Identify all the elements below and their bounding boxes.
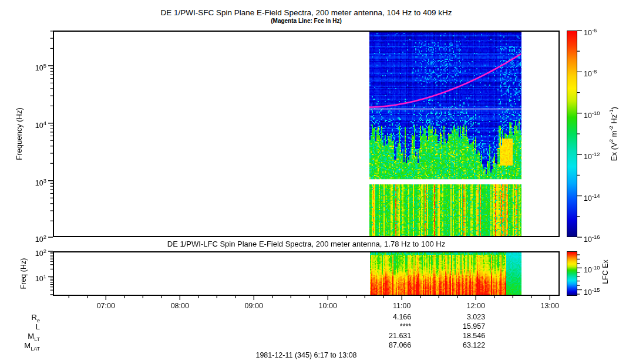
ephemeris-value: **** [358, 322, 411, 331]
footer-date: 1981-12-11 (345) 6:17 to 13:08 [53, 351, 560, 359]
lfc-colorbar-tick-label: 10-10 [584, 263, 625, 275]
sfc-y-tick-label: 102 [5, 232, 46, 244]
sfc-colorbar-tick-label: 10-6 [584, 26, 625, 38]
ephemeris-value: 15.957 [432, 322, 485, 331]
sfc-colorbar-tick-label: 10-14 [584, 191, 625, 203]
sfc-y-tick-label: 104 [5, 119, 46, 130]
sfc-colorbar-tick-label: 10-10 [584, 109, 625, 120]
x-tick-label: 08:00 [159, 301, 200, 311]
x-tick-label: 09:00 [233, 301, 274, 311]
ephemeris-value: 3.023 [432, 313, 485, 321]
figure-root: DE 1/PWI-SFC Spin Plane E-Field Spectra,… [0, 0, 636, 364]
lfc-y-tick-label: 102 [5, 247, 46, 258]
sfc-y-tick-label: 103 [5, 176, 46, 188]
sfc-colorbar [567, 31, 577, 237]
sfc-colorbar-tick-label: 10-12 [584, 150, 625, 161]
lfc-y-tick-label: 101 [5, 272, 46, 284]
ephemeris-row-label: L [0, 322, 40, 331]
x-tick-label: 11:00 [381, 301, 422, 311]
sfc-y-tick-label: 105 [5, 61, 46, 73]
ephemeris-value: 18.546 [432, 332, 485, 340]
ephemeris-value: 63.122 [432, 341, 485, 349]
ephemeris-row-label: Re [0, 313, 40, 323]
ephemeris-row-label: MLT [0, 332, 40, 342]
ephemeris-row-label: MLAT [0, 341, 40, 352]
sfc-y-axis-label: Frequency (Hz) [15, 107, 23, 160]
x-tick-label: 07:00 [85, 301, 126, 311]
ephemeris-value: 87.066 [358, 341, 411, 349]
ephemeris-value: 4.166 [358, 313, 411, 321]
lfc-colorbar-tick-label: 10-15 [584, 285, 625, 297]
x-tick-label: 12:00 [455, 301, 496, 311]
x-tick-label: 10:00 [307, 301, 348, 311]
ephemeris-value: 21.631 [358, 332, 411, 340]
sfc-colorbar-tick-label: 10-16 [584, 232, 625, 244]
lfc-title: DE 1/PWI-LFC Spin Plane E-Field Spectra,… [53, 240, 560, 248]
sfc-colorbar-tick-label: 10-8 [584, 67, 625, 79]
x-tick-label: 13:00 [529, 301, 570, 311]
lfc-colorbar [567, 251, 577, 296]
